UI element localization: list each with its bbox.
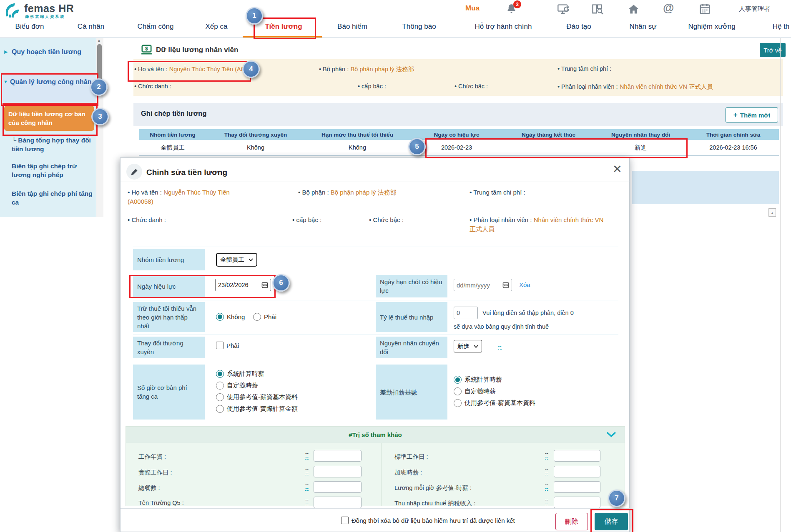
ref-input-left-1[interactable] (314, 466, 362, 477)
scrollbar-up-arrow[interactable]: ▲ (97, 38, 101, 42)
ot-option-0[interactable]: 系統計算時薪 (216, 370, 264, 378)
ref-dash[interactable]: ---- (545, 483, 548, 491)
ref-dash[interactable]: ---- (305, 467, 309, 475)
ot-option-1[interactable]: 自定義時薪 (216, 382, 258, 390)
tab-ca-nhan[interactable]: Cá nhân (78, 22, 104, 31)
tax-hint-line1: Vui lòng điền số thập phân, điền 0 (482, 310, 574, 316)
chevron-right-icon: ▶ (4, 49, 8, 55)
tab-nhan-su[interactable]: Nhân sự (629, 22, 656, 31)
modal-employee-grade: • cấp bậc : (292, 215, 321, 225)
attendance-option-1[interactable]: 自定義時薪 (454, 387, 496, 395)
modal-title: Chỉnh sửa tiền lương (146, 168, 227, 177)
radio-icon (253, 313, 261, 321)
ref-label-right-0: 標準工作日 : (394, 453, 428, 461)
tab-dao-tao[interactable]: Đào tạo (566, 22, 591, 31)
sidebar-item-bien-tap-phi-tang-ca[interactable]: Biên tập ghi chép phí tăng ca (12, 189, 96, 207)
table-row[interactable]: 全體員工 Không Không 2026-02-23 新進 2026-02-2… (139, 140, 779, 156)
brand-logo-icon (3, 2, 23, 19)
radio-icon (216, 393, 224, 401)
change-reason-select[interactable]: 新進 (454, 340, 482, 352)
form-row-divider (133, 247, 618, 247)
calendar-small-icon[interactable] (502, 282, 509, 288)
ot-base-label: Số giờ cơ bản phí tăng ca (133, 365, 205, 420)
ot-option-2[interactable]: 使用參考值-薪資基本資料 (216, 393, 298, 401)
employee-type: • Phân loại nhân viên : Nhân viên chính … (557, 83, 713, 91)
form-row-divider (133, 300, 618, 300)
sidebar-scrollbar-thumb[interactable] (97, 44, 102, 81)
clear-date-link[interactable]: Xóa (519, 281, 530, 288)
ref-dash[interactable]: ---- (545, 452, 548, 460)
calendar-icon[interactable] (699, 3, 711, 17)
modal-employee-cost-center: • Trung tâm chi phí : (470, 188, 525, 197)
delete-button[interactable]: 刪除 (555, 513, 588, 530)
email-at-icon[interactable]: @ (663, 2, 674, 15)
ref-dash[interactable]: ---- (305, 452, 309, 460)
ref-dash[interactable]: ---- (545, 467, 548, 475)
records-title: Ghi chép tiền lương (141, 110, 207, 117)
directory-search-icon[interactable] (591, 3, 604, 17)
reason-dash-link[interactable]: -- (498, 343, 502, 350)
min-tax-radio-yes[interactable]: Phải (253, 313, 276, 321)
ref-dash[interactable]: ---- (305, 498, 309, 506)
frequent-change-checkbox[interactable]: Phải (216, 342, 239, 349)
page-title: Dữ liệu lương nhân viên (156, 46, 238, 54)
attendance-option-0[interactable]: 系統計算時薪 (454, 376, 502, 384)
sidebar-item-bien-tap-tru-luong[interactable]: Biên tập ghi chép trừ lương nghỉ phép (12, 162, 96, 179)
tab-nghiem-xuong[interactable]: Nghiệm xưởng (688, 22, 735, 31)
ref-input-right-0[interactable] (554, 450, 600, 462)
tab-bieu-don[interactable]: Biểu đơn (15, 22, 44, 31)
mua-link[interactable]: Mua (465, 4, 480, 12)
employee-dept: • Bộ phận : Bộ phận pháp lý 法務部 (319, 65, 414, 73)
close-icon[interactable]: ✕ (613, 164, 622, 175)
form-row-divider (133, 273, 618, 273)
remote-desktop-icon[interactable] (557, 3, 570, 17)
reference-column-divider (381, 443, 382, 506)
ref-label-left-3: Tên Trường Q5 : (138, 500, 184, 506)
tab-xep-ca[interactable]: Xếp ca (206, 22, 228, 31)
reference-title: #Trị số tham khảo (349, 431, 402, 438)
employee-name: • Họ và tên : Nguyễn Thúc Thùy Tiên (A00… (134, 65, 260, 73)
edit-salary-modal: Chỉnh sửa tiền lương ✕ • Họ và tên : Ngu… (120, 157, 630, 532)
home-icon[interactable] (628, 3, 640, 17)
tax-rate-input[interactable] (454, 307, 478, 319)
step-callout-1: 1 (246, 7, 263, 25)
sidebar-item-bang-tong-hop[interactable]: └ Bảng tổng hợp thay đổi tiền lương (12, 136, 96, 153)
min-tax-radio-no[interactable]: Không (216, 313, 245, 321)
tab-ho-tro-hanh-chinh[interactable]: Hỗ trợ hành chính (475, 22, 532, 31)
ref-input-right-2[interactable] (554, 481, 600, 493)
tab-he-thong[interactable]: Hệ th (773, 22, 790, 31)
collapse-chevron-icon[interactable] (606, 432, 616, 439)
ref-input-left-3[interactable] (314, 497, 362, 508)
tab-cham-cong[interactable]: Chấm công (138, 22, 174, 31)
radio-icon (454, 399, 462, 407)
sidebar-item-du-lieu-active[interactable]: Dữ liệu tiền lương cơ bản của công nhân (4, 106, 94, 131)
mini-scroll-widget[interactable]: ▴ (768, 208, 776, 217)
tab-thong-bao[interactable]: Thông báo (402, 22, 436, 31)
attendance-option-2[interactable]: 使用參考值-薪資基本資料 (454, 399, 535, 407)
ref-input-right-3[interactable] (554, 497, 600, 508)
sidebar-item-quy-hoach[interactable]: Quy hoạch tiền lương (12, 47, 91, 57)
add-new-button[interactable]: + Thêm mới (726, 107, 778, 122)
reference-header[interactable]: #Trị số tham khảo (126, 427, 625, 443)
tab-bao-hiem[interactable]: Bảo hiểm (337, 22, 367, 31)
ref-input-right-1[interactable] (554, 466, 600, 477)
ref-input-left-0[interactable] (314, 450, 362, 462)
ot-option-3[interactable]: 使用參考值-實際計算金額 (216, 405, 298, 413)
records-table-header: Nhóm tiền lương Thay đổi thường xuyên Hạ… (139, 129, 779, 140)
sidebar-item-quan-ly[interactable]: Quản lý lương công nhân (10, 77, 94, 87)
back-button[interactable]: Trở về (760, 43, 786, 57)
ref-dash[interactable]: ---- (545, 498, 548, 506)
ref-input-left-2[interactable] (314, 481, 362, 493)
save-button[interactable]: 儲存 (595, 513, 628, 530)
group-label: Nhóm tiền lương (133, 249, 205, 270)
calendar-small-icon[interactable] (261, 282, 268, 288)
deadline-date-label: Ngày hạn chót có hiệu lực (376, 275, 447, 297)
employee-grade: • cấp bậc : (358, 83, 386, 90)
ref-dash[interactable]: ---- (305, 483, 309, 491)
ref-label-left-1: 實際工作日 : (138, 469, 172, 477)
group-select[interactable]: 全體員工 (216, 253, 257, 267)
tab-tien-luong[interactable]: Tiền lương (265, 22, 302, 31)
delete-linked-insurance-checkbox[interactable]: Đồng thời xóa bỏ dữ liệu bảo hiểm hưu tr… (341, 517, 515, 524)
app-window: femas HR 鋒形雲端人資系統 Mua 3 @ (0, 0, 791, 532)
radio-icon (454, 376, 462, 384)
